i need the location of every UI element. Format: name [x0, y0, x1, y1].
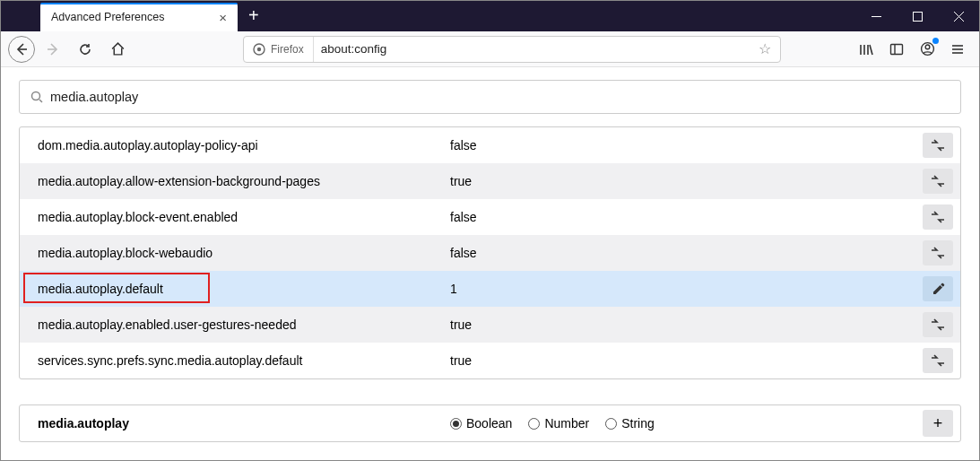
add-pref-button[interactable]: + [923, 410, 953, 437]
identity-label: Firefox [271, 43, 304, 56]
pref-value: 1 [450, 282, 923, 296]
radio-label: Number [544, 416, 589, 431]
reload-button[interactable] [71, 35, 100, 64]
toggle-pref-button[interactable] [923, 312, 953, 337]
search-icon [30, 91, 43, 103]
pref-value: true [450, 174, 923, 188]
add-pref-name: media.autoplay [38, 416, 450, 431]
close-window-button[interactable] [938, 1, 979, 31]
url-input[interactable]: about:config [314, 42, 750, 56]
browser-window: Advanced Preferences × + Firefox about:c… [0, 0, 980, 461]
pref-name: services.sync.prefs.sync.media.autoplay.… [38, 353, 302, 368]
pref-row[interactable]: media.autoplay.enabled.user-gestures-nee… [20, 307, 960, 343]
pref-name: media.autoplay.allow-extension-backgroun… [38, 174, 320, 188]
identity-box[interactable]: Firefox [244, 37, 314, 62]
pref-value: false [450, 246, 923, 260]
pref-name: media.autoplay.block-event.enabled [38, 210, 238, 224]
pref-row[interactable]: media.autoplay.default1 [20, 271, 960, 307]
browser-tab[interactable]: Advanced Preferences × [40, 3, 238, 31]
firefox-icon [253, 43, 265, 56]
toolbar-right-icons [852, 35, 972, 64]
add-pref-row: media.autoplay BooleanNumberString + [19, 404, 961, 442]
toggle-pref-button[interactable] [923, 240, 953, 265]
toggle-pref-button[interactable] [923, 133, 953, 158]
radio-label: String [621, 416, 655, 431]
pref-value: true [450, 353, 923, 368]
minimize-button[interactable] [855, 1, 897, 31]
radio-label: Boolean [466, 416, 512, 431]
svg-point-15 [925, 45, 930, 49]
window-controls [855, 1, 979, 31]
pref-search-input[interactable]: media.autoplay [50, 90, 138, 104]
sidebar-icon[interactable] [882, 35, 911, 64]
type-radio-string[interactable]: String [605, 416, 655, 431]
menu-icon[interactable] [943, 35, 972, 64]
forward-button [39, 35, 67, 64]
pref-value: false [450, 138, 923, 152]
nav-toolbar: Firefox about:config ☆ [1, 31, 979, 67]
pref-value: false [450, 210, 923, 224]
about-config-content: media.autoplay dom.media.autoplay.autopl… [1, 67, 979, 460]
bookmark-star-icon[interactable]: ☆ [750, 40, 780, 57]
back-button[interactable] [8, 36, 35, 63]
account-icon[interactable] [913, 35, 941, 64]
edit-pref-button[interactable] [923, 276, 953, 301]
pref-row[interactable]: media.autoplay.allow-extension-backgroun… [20, 163, 960, 199]
tab-title: Advanced Preferences [51, 11, 164, 23]
pref-name: media.autoplay.enabled.user-gestures-nee… [38, 317, 297, 332]
radio-icon [528, 418, 540, 430]
pref-row[interactable]: services.sync.prefs.sync.media.autoplay.… [20, 343, 960, 378]
home-button[interactable] [103, 35, 132, 64]
toggle-pref-button[interactable] [923, 348, 953, 373]
highlight-box [23, 273, 210, 303]
add-pref-type-radios: BooleanNumberString [450, 416, 655, 431]
toggle-pref-button[interactable] [923, 204, 953, 230]
pref-table: dom.media.autoplay.autoplay-policy-apifa… [19, 126, 961, 379]
type-radio-number[interactable]: Number [528, 416, 589, 431]
pref-row[interactable]: dom.media.autoplay.autoplay-policy-apifa… [20, 127, 960, 163]
close-tab-icon[interactable]: × [219, 11, 227, 24]
titlebar: Advanced Preferences × + [1, 1, 979, 31]
svg-rect-12 [891, 44, 903, 54]
radio-icon [450, 418, 462, 430]
pref-search-box[interactable]: media.autoplay [19, 80, 961, 114]
url-bar[interactable]: Firefox about:config ☆ [243, 36, 781, 63]
pref-row[interactable]: media.autoplay.block-event.enabledfalse [20, 199, 960, 235]
pref-name: dom.media.autoplay.autoplay-policy-api [38, 138, 258, 152]
library-icon[interactable] [852, 35, 880, 64]
svg-line-11 [870, 45, 872, 55]
pref-value: true [450, 317, 923, 332]
maximize-button[interactable] [897, 1, 938, 31]
new-tab-button[interactable]: + [248, 5, 259, 26]
notification-dot-icon [932, 38, 939, 44]
radio-icon [605, 418, 617, 430]
type-radio-boolean[interactable]: Boolean [450, 416, 512, 431]
pref-name: media.autoplay.default [38, 282, 163, 296]
toggle-pref-button[interactable] [923, 169, 953, 194]
pref-name: media.autoplay.block-webaudio [38, 246, 212, 260]
svg-point-19 [32, 92, 40, 100]
tab-active-indicator [40, 3, 238, 4]
svg-point-7 [257, 47, 261, 50]
svg-line-20 [39, 100, 42, 102]
svg-rect-1 [913, 12, 922, 21]
pref-row[interactable]: media.autoplay.block-webaudiofalse [20, 235, 960, 271]
